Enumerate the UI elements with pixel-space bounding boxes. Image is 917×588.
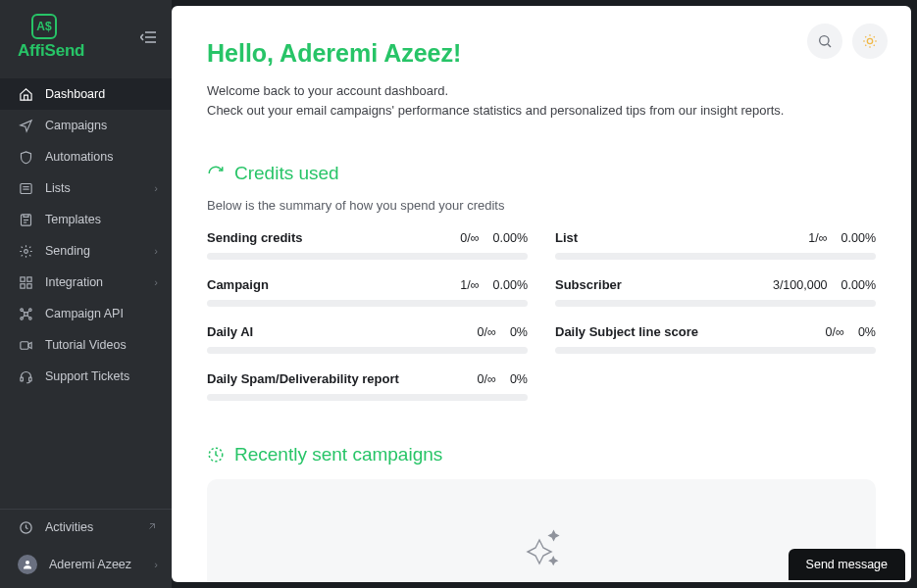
credit-item: List1/∞0.00% (555, 230, 876, 260)
svg-rect-12 (20, 283, 24, 287)
sparkle-icon (520, 528, 563, 570)
credit-percent: 0.00% (493, 278, 528, 292)
sidebar-item-label: Integration (45, 275, 142, 289)
svg-rect-13 (26, 283, 30, 287)
sidebar-item-automations[interactable]: Automations (0, 141, 172, 172)
chevron-right-icon: › (154, 276, 158, 288)
credit-percent: 0% (858, 325, 876, 339)
credit-percent: 0% (510, 372, 528, 386)
menu-collapse-icon (140, 30, 158, 44)
credits-header: Credits used (207, 163, 876, 184)
sidebar-item-label: Dashboard (45, 87, 158, 101)
sidebar-item-label: Support Tickets (45, 369, 158, 383)
sidebar-item-label: Tutorial Videos (45, 338, 158, 352)
svg-point-16 (28, 308, 31, 311)
svg-point-28 (25, 561, 29, 564)
svg-rect-11 (26, 276, 30, 280)
svg-line-20 (26, 311, 28, 313)
content: Hello, Aderemi Azeez! Welcome back to yo… (172, 6, 911, 582)
chevron-right-icon: › (154, 182, 158, 194)
svg-rect-3 (20, 183, 30, 193)
brand-logo[interactable]: A$ AffiSend (18, 14, 84, 61)
credit-label: Daily AI (207, 324, 253, 339)
sidebar-item-label: Sending (45, 244, 142, 258)
credit-ratio: 0/∞ (478, 372, 496, 386)
chevron-right-icon: › (154, 245, 158, 257)
clock-icon (207, 446, 225, 464)
sidebar-item-label: Templates (45, 213, 158, 226)
sidebar-item-label: Campaign API (45, 307, 158, 320)
credit-label: Subscriber (555, 277, 622, 292)
credits-title: Credits used (234, 163, 339, 184)
credits-subtitle: Below is the summary of how you spend yo… (207, 198, 876, 213)
sidebar-item-templates[interactable]: Templates (0, 204, 172, 235)
list-icon (18, 180, 33, 196)
grid-icon (18, 274, 33, 290)
main-area: Hello, Aderemi Azeez! Welcome back to yo… (172, 6, 911, 582)
progress-bar (207, 394, 528, 401)
recent-title: Recently sent campaigns (234, 444, 442, 466)
welcome-line-2: Check out your email campaigns' performa… (207, 103, 784, 118)
credit-label: Daily Spam/Deliverability report (207, 371, 399, 386)
sidebar-activities[interactable]: Activities (0, 510, 172, 545)
sidebar-item-dashboard[interactable]: Dashboard (0, 78, 172, 110)
sidebar-user[interactable]: Aderemi Azeez › (0, 545, 172, 584)
credit-item: Daily AI0/∞0% (207, 324, 528, 354)
sidebar-header: A$ AffiSend (0, 0, 172, 78)
sidebar-activities-label: Activities (45, 520, 134, 534)
sidebar-item-sending[interactable]: Sending› (0, 235, 172, 267)
theme-toggle-button[interactable] (852, 24, 888, 59)
progress-bar (555, 253, 876, 260)
search-button[interactable] (807, 24, 842, 59)
svg-line-34 (865, 36, 866, 37)
credit-percent: 0.00% (841, 278, 876, 292)
external-link-icon (146, 520, 158, 534)
recent-campaigns-section: Recently sent campaigns There are no sen… (207, 444, 876, 582)
sidebar-item-label: Automations (45, 150, 158, 164)
credit-ratio: 0/∞ (826, 325, 844, 339)
sidebar-item-lists[interactable]: Lists› (0, 172, 172, 204)
credit-label: Campaign (207, 277, 269, 292)
brand-logo-text: AffiSend (18, 41, 84, 61)
sidebar-item-campaigns[interactable]: Campaigns (0, 110, 172, 141)
clock-icon (18, 519, 33, 535)
svg-line-39 (874, 36, 875, 37)
credits-grid: Sending credits0/∞0.00%List1/∞0.00%Campa… (207, 230, 876, 401)
sidebar-item-integration[interactable]: Integration› (0, 267, 172, 298)
sidebar-item-support-tickets[interactable]: Support Tickets (0, 361, 172, 392)
sidebar-item-campaign-api[interactable]: Campaign API (0, 298, 172, 329)
sidebar-footer: Activities Aderemi Azeez › (0, 509, 172, 588)
refresh-icon (207, 165, 225, 182)
sidebar-item-label: Lists (45, 181, 142, 195)
svg-rect-10 (20, 276, 24, 280)
chat-send-message-button[interactable]: Send message (789, 549, 905, 580)
template-icon (18, 212, 33, 227)
progress-bar (555, 347, 876, 354)
credit-ratio: 1/∞ (460, 278, 479, 292)
svg-point-31 (867, 38, 872, 43)
credit-item: Daily Subject line score0/∞0% (555, 324, 876, 354)
credit-percent: 0% (510, 325, 528, 339)
svg-point-18 (28, 317, 31, 319)
search-icon (817, 33, 833, 49)
topbar (807, 24, 888, 59)
sidebar-item-tutorial-videos[interactable]: Tutorial Videos (0, 329, 172, 361)
svg-line-22 (26, 315, 28, 317)
recent-empty-card: There are no sent campaigns (207, 479, 876, 582)
credit-item: Subscriber3/100,0000.00% (555, 277, 876, 307)
home-icon (18, 86, 33, 102)
progress-bar (207, 300, 528, 307)
welcome-line-1: Welcome back to your account dashboard. (207, 83, 448, 98)
gear-icon (18, 243, 33, 259)
svg-rect-26 (28, 377, 31, 381)
svg-point-9 (24, 249, 27, 253)
sidebar-user-name: Aderemi Azeez (49, 558, 142, 571)
sidebar-item-label: Campaigns (45, 119, 158, 132)
svg-line-21 (23, 315, 25, 317)
svg-point-17 (20, 317, 23, 319)
progress-bar (207, 253, 528, 260)
credit-label: Sending credits (207, 230, 303, 245)
svg-line-35 (874, 45, 875, 46)
sidebar-collapse-button[interactable] (138, 26, 160, 48)
welcome-text: Welcome back to your account dashboard. … (207, 81, 876, 120)
